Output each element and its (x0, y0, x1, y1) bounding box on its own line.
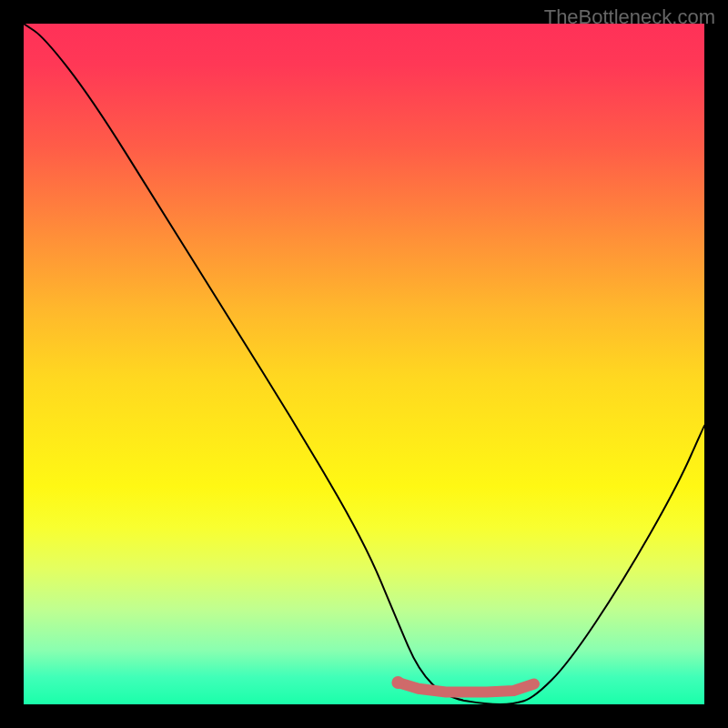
curve-line (24, 24, 704, 704)
marker-point (391, 676, 404, 689)
watermark-text: TheBottleneck.com (544, 5, 715, 29)
plot-area (24, 24, 704, 704)
chart-svg (24, 24, 704, 704)
highlight-segment (398, 682, 534, 692)
chart-container: TheBottleneck.com (0, 0, 728, 728)
